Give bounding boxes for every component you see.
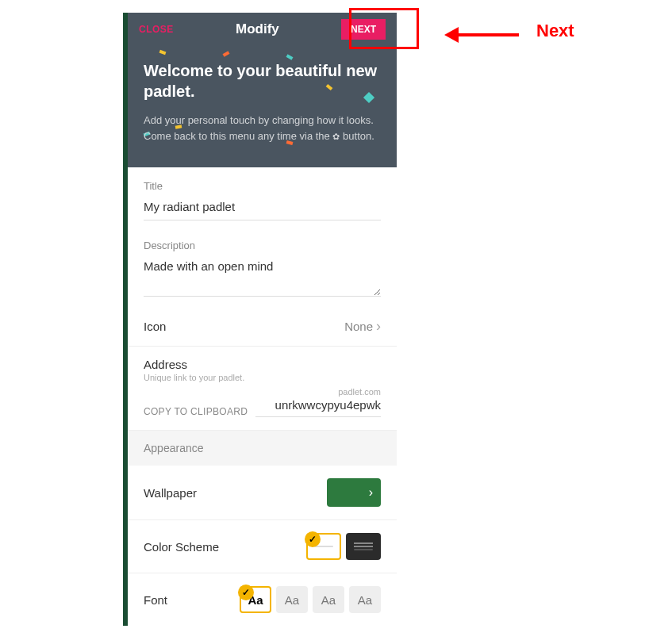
check-icon: ✓ <box>305 531 321 547</box>
modify-panel: CLOSE Modify NEXT Welcome to your beauti… <box>123 13 397 626</box>
description-label: Description <box>144 240 381 251</box>
font-label: Font <box>144 593 167 607</box>
icon-value: None › <box>344 319 381 333</box>
panel-title: Modify <box>236 21 279 37</box>
topbar: CLOSE Modify NEXT <box>128 13 397 46</box>
color-scheme-label: Color Scheme <box>144 540 219 554</box>
welcome-heading: Welcome to your beautiful new padlet. <box>144 60 381 102</box>
icon-row[interactable]: Icon None › <box>128 306 397 347</box>
color-scheme-row: Color Scheme ✓ <box>128 520 397 573</box>
font-row: Font ✓ Aa Aa Aa Aa <box>128 573 397 626</box>
icon-label: Icon <box>144 320 166 333</box>
font-option-3[interactable]: Aa <box>313 586 344 613</box>
color-scheme-light[interactable]: ✓ <box>306 533 341 560</box>
font-sample: Aa <box>358 593 372 607</box>
wallpaper-swatch[interactable]: › <box>327 478 381 507</box>
address-domain: padlet.com <box>255 387 381 397</box>
confetti-icon <box>159 50 167 55</box>
address-value: padlet.com unrkwwcypyu4epwk <box>255 387 381 417</box>
address-section: Address Unique link to your padlet. COPY… <box>128 347 397 431</box>
font-option-4[interactable]: Aa <box>349 586 381 613</box>
address-slug-input[interactable]: unrkwwcypyu4epwk <box>255 397 381 417</box>
annotation-label: Next <box>536 21 574 41</box>
arrow-line <box>459 33 519 36</box>
font-options: ✓ Aa Aa Aa Aa <box>240 586 381 613</box>
wallpaper-row[interactable]: Wallpaper › <box>128 466 397 520</box>
icon-value-text: None <box>344 320 373 333</box>
font-option-2[interactable]: Aa <box>276 586 308 613</box>
annotation-arrow <box>444 27 519 43</box>
close-button[interactable]: CLOSE <box>139 24 174 35</box>
chevron-right-icon: › <box>376 319 381 333</box>
address-hint: Unique link to your padlet. <box>144 373 381 382</box>
font-option-1[interactable]: ✓ Aa <box>240 586 271 613</box>
description-field: Description Made with an open mind <box>128 227 397 306</box>
welcome-subtitle: Add your personal touch by changing how … <box>144 113 381 144</box>
confetti-icon <box>223 51 230 56</box>
copy-to-clipboard-button[interactable]: COPY TO CLIPBOARD <box>144 406 248 417</box>
wallpaper-label: Wallpaper <box>144 486 197 500</box>
hero-banner: Welcome to your beautiful new padlet. Ad… <box>128 46 397 167</box>
check-icon: ✓ <box>238 585 254 600</box>
font-sample: Aa <box>285 593 299 607</box>
arrow-head-icon <box>444 27 459 43</box>
next-button[interactable]: NEXT <box>341 19 386 40</box>
color-scheme-options: ✓ <box>306 533 381 560</box>
description-input[interactable]: Made with an open mind <box>144 256 381 297</box>
font-sample: Aa <box>321 593 336 607</box>
appearance-header: Appearance <box>128 431 397 466</box>
address-label: Address <box>144 358 381 371</box>
confetti-icon <box>286 54 294 59</box>
form-body: Title Description Made with an open mind… <box>128 167 397 626</box>
subtitle-text-b: button. <box>340 130 374 142</box>
title-field: Title <box>128 167 397 227</box>
chevron-right-icon: › <box>369 485 373 500</box>
color-scheme-dark[interactable] <box>346 533 381 560</box>
title-label: Title <box>144 180 381 192</box>
title-input[interactable] <box>144 197 381 220</box>
